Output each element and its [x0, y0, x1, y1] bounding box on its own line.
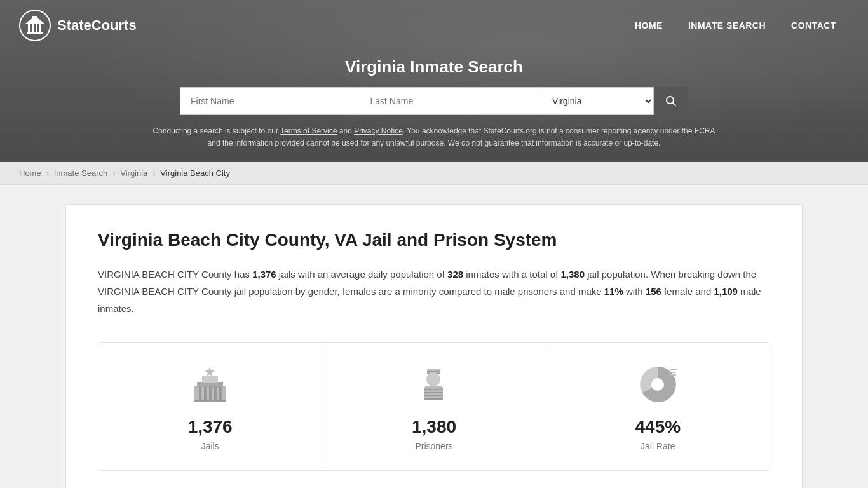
svg-rect-4 [36, 24, 37, 32]
stat-label-jail-rate: Jail Rate [641, 441, 675, 451]
svg-rect-26 [424, 392, 443, 393]
svg-rect-25 [424, 389, 443, 390]
nav-links: HOME INMATE SEARCH CONTACT [622, 14, 849, 37]
chart-icon [635, 362, 680, 407]
stat-card-prisoners: 1,380 Prisoners [322, 343, 546, 470]
last-name-input[interactable] [360, 87, 540, 115]
jail-icon [188, 362, 233, 407]
svg-rect-3 [32, 24, 34, 32]
description: VIRGINIA BEACH CITY County has 1,376 jai… [98, 266, 770, 317]
stat-label-prisoners: Prisoners [415, 441, 452, 451]
search-icon [665, 95, 677, 107]
search-section: Virginia Inmate Search Select State Alab… [0, 51, 868, 162]
state-select[interactable]: Select State AlabamaAlaskaArizona Arkans… [539, 87, 654, 115]
disclaimer-text: Conducting a search is subject to our Te… [148, 125, 720, 149]
svg-rect-21 [427, 371, 440, 372]
stat-card-jails: 1,376 Jails [98, 343, 322, 470]
stat-value-prisoners: 1,380 [412, 417, 456, 437]
breadcrumb-sep-2: › [112, 169, 115, 178]
main-content: Virginia Beach City County, VA Jail and … [65, 204, 803, 488]
svg-rect-14 [209, 387, 212, 400]
breadcrumb-home[interactable]: Home [19, 168, 41, 178]
svg-rect-13 [204, 387, 207, 400]
privacy-link[interactable]: Privacy Notice [354, 126, 403, 135]
first-name-input[interactable] [180, 87, 360, 115]
breadcrumb-state[interactable]: Virginia [120, 168, 147, 178]
svg-rect-32 [670, 372, 675, 373]
stats-row: 1,376 Jails [98, 342, 770, 471]
stat-value-jail-rate: 445% [635, 417, 681, 437]
svg-rect-5 [39, 24, 41, 32]
svg-rect-7 [32, 16, 37, 18]
svg-rect-19 [194, 400, 226, 402]
search-title: Virginia Inmate Search [13, 57, 855, 77]
breadcrumb-sep-3: › [153, 169, 155, 178]
nav-home[interactable]: HOME [622, 14, 675, 37]
svg-rect-1 [27, 32, 43, 34]
svg-point-0 [20, 10, 50, 41]
svg-rect-16 [219, 387, 222, 400]
prisoner-icon [412, 362, 456, 407]
search-button[interactable] [654, 87, 688, 115]
stat-card-jail-rate: 445% Jail Rate [546, 343, 770, 470]
svg-rect-17 [202, 376, 218, 383]
svg-point-23 [426, 372, 440, 386]
page-heading: Virginia Beach City County, VA Jail and … [98, 230, 770, 250]
svg-rect-15 [214, 387, 217, 400]
search-bar: Select State AlabamaAlaskaArizona Arkans… [180, 87, 688, 115]
breadcrumb-inmate-search[interactable]: Inmate Search [54, 168, 108, 178]
svg-marker-18 [205, 367, 215, 377]
site-logo[interactable]: StateCourts [19, 10, 137, 41]
nav-contact[interactable]: CONTACT [778, 14, 849, 37]
stat-value-jails: 1,376 [188, 417, 233, 437]
terms-link[interactable]: Terms of Service [280, 126, 337, 135]
logo-text: StateCourts [57, 17, 137, 34]
svg-point-30 [651, 378, 664, 391]
svg-rect-12 [199, 387, 201, 400]
svg-rect-27 [424, 395, 443, 396]
breadcrumb: Home › Inmate Search › Virginia › Virgin… [0, 162, 868, 185]
svg-rect-31 [670, 369, 677, 370]
svg-line-9 [673, 103, 676, 106]
svg-rect-33 [670, 374, 676, 376]
nav-inmate-search[interactable]: INMATE SEARCH [675, 14, 778, 37]
stat-label-jails: Jails [201, 441, 219, 451]
logo-icon [19, 10, 51, 41]
svg-rect-28 [424, 398, 443, 400]
svg-rect-2 [28, 24, 30, 32]
breadcrumb-sep-1: › [46, 169, 49, 178]
breadcrumb-current: Virginia Beach City [160, 168, 230, 178]
